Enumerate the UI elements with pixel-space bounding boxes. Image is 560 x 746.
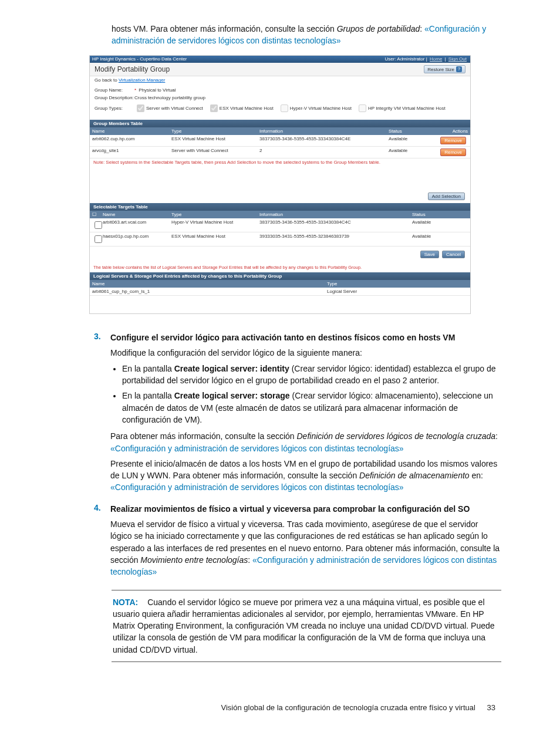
titlebar-home[interactable]: Home xyxy=(430,56,442,62)
titlebar-user: User: Administrator xyxy=(384,56,424,62)
go-back-link[interactable]: Virtualization Manager xyxy=(119,77,165,83)
selectable-row: haesx01p.cup.hp.com ESX Virtual Machine … xyxy=(90,232,470,247)
save-button[interactable]: Save xyxy=(420,251,439,258)
step-4: 4. Realizar movimientos de físico a virt… xyxy=(94,503,501,582)
selectable-table-title: Selectable Targets Table xyxy=(90,203,470,211)
remove-button[interactable]: Remove xyxy=(440,137,466,144)
type-checkbox-3[interactable] xyxy=(281,104,288,112)
required-asterisk: * xyxy=(134,87,136,93)
step3-bullet-2: En la pantalla Create logical server: st… xyxy=(122,390,501,426)
affected-note: The table below contains the list of Log… xyxy=(90,262,470,272)
step3-p2: Para obtener más información, consulte l… xyxy=(110,430,501,454)
step-number: 3. xyxy=(94,332,110,497)
titlebar-left: HP Insight Dynamics - Cupertino Data Cen… xyxy=(92,56,187,63)
page-title: Modify Portability Group xyxy=(95,65,170,73)
type-checkbox-4[interactable] xyxy=(359,104,366,112)
step3-link2[interactable]: «Configuración y administración de servi… xyxy=(110,482,404,492)
titlebar-signout[interactable]: Sign Out xyxy=(448,56,467,62)
type-checkbox-1[interactable] xyxy=(137,104,144,112)
page-footer: Visión global de la configuración de tec… xyxy=(29,703,495,712)
members-table-title: Group Members Table xyxy=(90,120,470,127)
selectable-row: arbit063.art.vcal.com Hyper-V Virtual Ma… xyxy=(90,218,470,232)
group-name-label: Group Name: xyxy=(95,87,134,93)
window-titlebar: HP Insight Dynamics - Cupertino Data Cen… xyxy=(90,56,470,63)
step3-p3: Presente el inicio/almacén de datos a lo… xyxy=(110,458,501,494)
step-heading: Configure el servidor lógico para activa… xyxy=(110,332,501,343)
step-heading: Realizar movimientos de físico a virtual… xyxy=(110,503,501,515)
members-note: Note: Select systems in the Selectable T… xyxy=(90,158,470,166)
page-subheader: Modify Portability Group Restore Size ? xyxy=(90,63,470,76)
group-name-value: Physical to Virtual xyxy=(139,87,176,93)
intro-paragraph: hosts VM. Para obtener más información, … xyxy=(112,23,501,46)
help-icon[interactable]: ? xyxy=(456,66,462,72)
members-table-head: Name Type Information Status Actions xyxy=(90,127,470,135)
remove-button[interactable]: Remove xyxy=(440,148,466,156)
add-selection-button[interactable]: Add Selection xyxy=(428,193,465,200)
group-types-label: Group Types: xyxy=(95,106,134,111)
cancel-button[interactable]: Cancel xyxy=(442,251,465,258)
note-block: NOTA: Cuando el servidor lógico se mueve… xyxy=(112,590,501,662)
intro-prefix: hosts VM. Para obtener más información, … xyxy=(112,24,337,33)
note-text: Cuando el servidor lógico se mueve por p… xyxy=(113,598,495,654)
step-number: 4. xyxy=(94,503,110,582)
selectable-table-head: ☐ Name Type Information Status xyxy=(90,211,470,218)
affected-table-head: Name Type xyxy=(90,280,470,288)
step3-link1[interactable]: «Configuración y administración de servi… xyxy=(110,444,404,453)
intro-italic: Grupos de portabilidad xyxy=(337,24,420,33)
step4-p1: Mueva el servidor de físico a virtual y … xyxy=(110,518,501,578)
step-3: 3. Configure el servidor lógico para act… xyxy=(94,332,501,497)
member-row: arvcdg_site1 Server with Virtual Connect… xyxy=(90,147,470,158)
titlebar-right: User: Administrator | Home | Sign Out xyxy=(384,56,468,63)
note-label: NOTA: xyxy=(113,598,138,607)
go-back-row: Go back to Virtualization Manager xyxy=(90,76,470,86)
affected-table-title: Logical Servers & Storage Pool Entries a… xyxy=(90,272,470,280)
intro-colon: : xyxy=(420,24,424,33)
member-row: arbit062.cup.hp.com ESX Virtual Machine … xyxy=(90,135,470,147)
page-number: 33 xyxy=(487,703,495,712)
affected-row: arbit061_cup_hp_com_ls_1 Logical Server xyxy=(90,288,470,296)
step3-bullet-1: En la pantalla Create logical server: id… xyxy=(122,363,501,387)
footer-text: Visión global de la configuración de tec… xyxy=(221,703,475,712)
group-desc-label: Group Description: xyxy=(95,95,134,100)
group-desc-value: Cross technology portability group xyxy=(134,95,205,100)
restore-size-button[interactable]: Restore Size ? xyxy=(424,65,465,73)
step3-p1: Modifique la configuración del servidor … xyxy=(110,347,501,359)
type-checkbox-2[interactable] xyxy=(210,104,218,112)
screenshot-panel: HP Insight Dynamics - Cupertino Data Cen… xyxy=(89,55,471,314)
